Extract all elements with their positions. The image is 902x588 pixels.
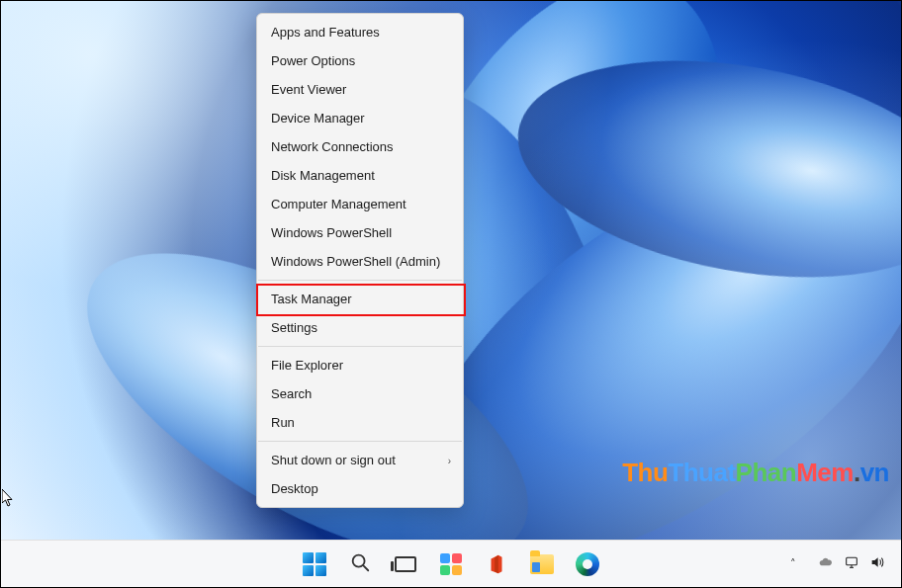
volume-icon[interactable] (869, 554, 885, 574)
menu-item-windows-powershell[interactable]: Windows PowerShell (257, 218, 463, 247)
menu-item-label: Run (271, 415, 295, 430)
menu-item-network-connections[interactable]: Network Connections (257, 132, 463, 161)
menu-item-device-manager[interactable]: Device Manager (257, 104, 463, 132)
menu-item-label: Search (271, 386, 312, 401)
widgets-icon (440, 553, 462, 575)
svg-line-1 (363, 565, 368, 570)
menu-item-file-explorer[interactable]: File Explorer (257, 351, 463, 379)
taskbar-edge-button[interactable] (568, 545, 607, 584)
menu-item-event-viewer[interactable]: Event Viewer (257, 75, 463, 104)
menu-item-shut-down-sign-out[interactable]: Shut down or sign out› (257, 446, 463, 474)
office-icon (486, 553, 507, 575)
watermark-text: ThuThuatPhanMem.vn (622, 458, 889, 488)
menu-item-label: Power Options (271, 53, 355, 68)
menu-item-label: Device Manager (271, 111, 365, 126)
menu-item-label: Windows PowerShell (271, 225, 392, 240)
menu-item-label: Apps and Features (271, 25, 380, 40)
explorer-icon (530, 554, 554, 574)
menu-item-disk-management[interactable]: Disk Management (257, 161, 463, 190)
system-tray: ˄ (784, 541, 895, 587)
menu-item-label: Task Manager (271, 292, 352, 306)
taskbar-widgets-button[interactable] (431, 545, 471, 584)
menu-item-label: Windows PowerShell (Admin) (271, 254, 440, 269)
taskbar-start-button[interactable] (295, 545, 334, 584)
network-icon[interactable] (844, 554, 859, 574)
menu-item-label: Network Connections (271, 139, 394, 154)
menu-item-label: File Explorer (271, 358, 343, 373)
taskbar-search-button[interactable] (340, 545, 380, 584)
menu-item-task-manager[interactable]: Task Manager (257, 285, 463, 313)
menu-item-label: Settings (271, 320, 317, 335)
menu-item-label: Disk Management (271, 168, 375, 183)
menu-item-windows-powershell-admin[interactable]: Windows PowerShell (Admin) (257, 247, 463, 276)
chevron-right-icon: › (448, 455, 451, 465)
taskview-icon (395, 556, 416, 572)
search-icon (349, 551, 371, 577)
taskbar: ˄ (1, 540, 901, 587)
menu-item-run[interactable]: Run (257, 408, 463, 437)
start-icon (303, 552, 326, 576)
menu-separator (258, 441, 462, 442)
menu-item-desktop[interactable]: Desktop (257, 474, 463, 503)
tray-overflow-button[interactable]: ˄ (784, 553, 802, 574)
menu-separator (258, 346, 462, 347)
menu-item-label: Event Viewer (271, 82, 346, 97)
taskbar-office-button[interactable] (477, 545, 516, 584)
edge-icon (576, 552, 599, 576)
menu-item-power-options[interactable]: Power Options (257, 46, 463, 75)
menu-item-apps-features[interactable]: Apps and Features (257, 18, 463, 46)
menu-item-computer-management[interactable]: Computer Management (257, 190, 463, 218)
menu-separator (258, 280, 462, 281)
onedrive-icon[interactable] (818, 554, 834, 574)
menu-item-label: Desktop (271, 481, 318, 496)
taskbar-task-view-button[interactable] (386, 545, 425, 584)
menu-item-label: Shut down or sign out (271, 453, 396, 467)
winx-context-menu: Apps and FeaturesPower OptionsEvent View… (256, 13, 464, 508)
menu-item-label: Computer Management (271, 197, 406, 211)
taskbar-file-explorer-button[interactable] (522, 545, 562, 584)
menu-item-search[interactable]: Search (257, 379, 463, 408)
menu-item-settings[interactable]: Settings (257, 313, 463, 342)
svg-rect-2 (847, 557, 857, 564)
